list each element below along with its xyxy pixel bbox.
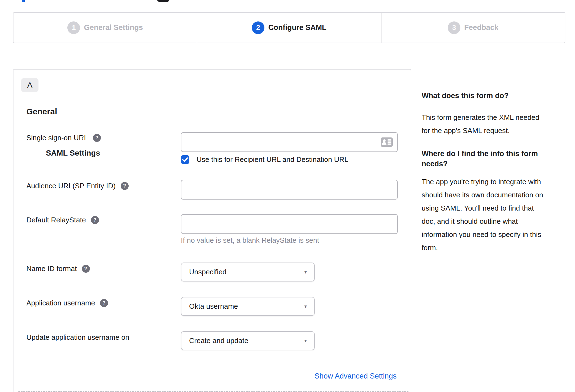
help-answer-1: This form generates the XML needed for t…: [422, 111, 562, 137]
app-username-select[interactable]: Okta username ▼: [181, 297, 315, 316]
name-id-format-select[interactable]: Unspecified ▼: [181, 263, 315, 281]
audience-uri-input[interactable]: [181, 180, 398, 200]
step-2-circle: 2: [252, 21, 264, 34]
chevron-down-icon: ▼: [303, 338, 308, 343]
recipient-url-checkbox-label[interactable]: Use this for Recipient URL and Destinati…: [197, 155, 349, 164]
help-icon[interactable]: ?: [121, 182, 129, 190]
section-a-badge: A: [21, 78, 38, 92]
step-3-label: Feedback: [464, 23, 499, 32]
recipient-url-checkbox-row: Use this for Recipient URL and Destinati…: [181, 155, 349, 164]
relaystate-label-text: Default RelayState: [26, 216, 86, 224]
chevron-down-icon: ▼: [303, 270, 308, 274]
sso-url-label-text: Single sign-on URL: [26, 134, 88, 142]
step-feedback[interactable]: 3 Feedback: [381, 13, 565, 43]
help-sidebar: What does this form do? This form genera…: [422, 91, 562, 254]
sso-url-input[interactable]: [181, 132, 398, 152]
relaystate-input[interactable]: [181, 214, 398, 234]
sso-url-field-label: Single sign-on URL ?: [26, 134, 101, 142]
app-username-label-text: Application username: [26, 299, 95, 307]
update-username-label-text: Update application username on: [26, 333, 129, 342]
chevron-down-icon: ▼: [303, 304, 308, 309]
name-id-format-label-text: Name ID format: [26, 264, 77, 273]
audience-uri-field-label: Audience URI (SP Entity ID) ?: [26, 182, 129, 190]
update-username-select[interactable]: Create and update ▼: [181, 331, 315, 350]
check-icon: [182, 157, 188, 162]
wizard-stepper: 1 General Settings 2 Configure SAML 3 Fe…: [13, 12, 565, 43]
step-general-settings[interactable]: 1 General Settings: [13, 13, 197, 43]
update-username-field-label: Update application username on: [26, 333, 129, 342]
help-question-2: Where do I find the info this form needs…: [422, 149, 562, 169]
app-username-field-label: Application username ?: [26, 299, 108, 307]
clipped-app-icon-fragment: [157, 0, 169, 2]
help-icon[interactable]: ?: [91, 216, 99, 224]
help-icon[interactable]: ?: [82, 265, 90, 273]
step-configure-saml[interactable]: 2 Configure SAML: [197, 13, 381, 43]
clipped-blue-logo-fragment: [22, 0, 25, 2]
step-3-circle: 3: [448, 21, 460, 34]
show-advanced-settings-link[interactable]: Show Advanced Settings: [314, 372, 397, 380]
name-id-format-field-label: Name ID format ?: [26, 264, 90, 273]
relaystate-field-label: Default RelayState ?: [26, 216, 99, 224]
saml-settings-card: A SAML Settings General Single sign-on U…: [13, 69, 411, 392]
audience-uri-label-text: Audience URI (SP Entity ID): [26, 182, 116, 190]
step-1-circle: 1: [67, 21, 80, 34]
relaystate-hint: If no value is set, a blank RelayState i…: [181, 236, 319, 245]
recipient-url-checkbox[interactable]: [181, 155, 189, 164]
name-id-format-value: Unspecified: [189, 268, 226, 276]
app-username-value: Okta username: [189, 302, 238, 311]
help-icon[interactable]: ?: [93, 134, 101, 142]
step-2-label: Configure SAML: [268, 23, 326, 32]
help-answer-2: The app you're trying to integrate with …: [422, 175, 562, 254]
update-username-value: Create and update: [189, 336, 248, 345]
general-section-heading: General: [26, 107, 57, 116]
card-title: SAML Settings: [46, 149, 100, 158]
step-1-label: General Settings: [84, 23, 143, 32]
help-icon[interactable]: ?: [100, 299, 108, 307]
help-question-1: What does this form do?: [422, 91, 562, 101]
